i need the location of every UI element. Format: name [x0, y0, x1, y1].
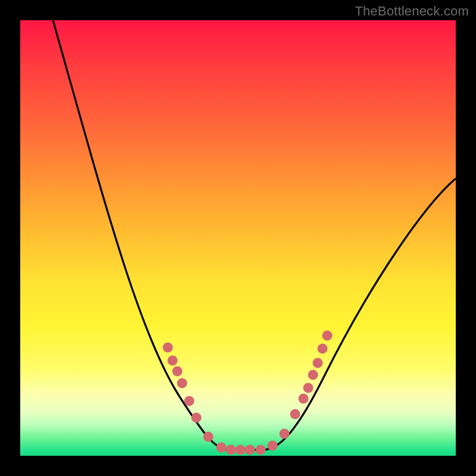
data-point-marker [173, 367, 183, 377]
bottleneck-curve-svg [20, 20, 456, 456]
data-point-marker [256, 445, 266, 455]
data-point-marker [192, 413, 202, 423]
data-point-marker [236, 445, 246, 455]
data-point-marker [290, 409, 300, 419]
data-point-marker [280, 429, 290, 439]
data-point-marker [268, 441, 278, 451]
data-point-marker [217, 443, 227, 453]
data-point-marker [245, 445, 255, 455]
data-point-marker [318, 344, 328, 354]
watermark-text: TheBottleneck.com [355, 4, 469, 19]
data-point-marker [177, 378, 187, 389]
data-point-marker [168, 356, 178, 366]
plot-area [20, 20, 456, 456]
data-point-marker [203, 432, 214, 442]
data-point-marker [313, 358, 323, 368]
data-point-marker [322, 331, 333, 341]
marker-group [163, 331, 333, 455]
data-point-marker [184, 396, 195, 406]
bottleneck-curve [53, 20, 456, 450]
data-point-marker [303, 383, 314, 393]
data-point-marker [226, 445, 236, 455]
data-point-marker [308, 370, 318, 380]
data-point-marker [163, 343, 173, 353]
data-point-marker [299, 394, 309, 404]
chart-frame: TheBottleneck.com [0, 0, 476, 476]
